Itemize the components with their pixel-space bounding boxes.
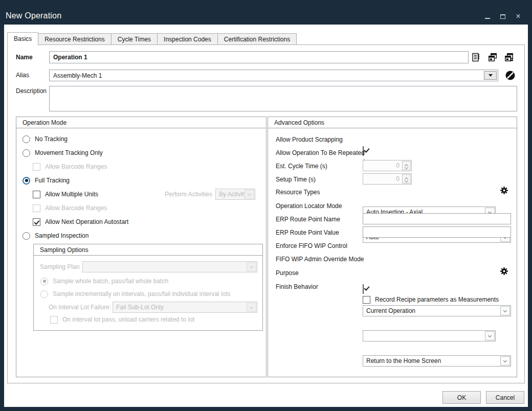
checkbox-record-recipe[interactable]: Record Recipe parameters as Measurements — [363, 294, 499, 305]
advanced-options-group: Advanced Options Allow Product Scrapping… — [268, 117, 517, 377]
resource-types-label: Resource Types — [276, 189, 320, 196]
erp-route-point-value-input[interactable] — [363, 226, 511, 238]
no-slash-icon[interactable] — [505, 71, 515, 80]
checkbox-enforce-fifo[interactable] — [363, 284, 364, 294]
checkbox-icon — [33, 204, 40, 212]
sampling-plan-row: Sampling Plan — [40, 261, 257, 272]
maximize-icon[interactable] — [499, 13, 506, 19]
ok-button[interactable]: OK — [442, 391, 481, 404]
tab-strip: Basics Resource Restrictions Cycle Times… — [7, 32, 297, 45]
est-cycle-time-label: Est. Cycle Time (s) — [276, 163, 327, 170]
checkbox-icon — [50, 316, 58, 324]
operation-mode-title: Operation Mode — [16, 117, 266, 128]
dialog-window: New Operation × Basics Resource Restrict… — [0, 0, 532, 411]
dialog-content: Basics Resource Restrictions Cycle Times… — [4, 25, 528, 407]
alias-dropdown-icon[interactable] — [484, 71, 497, 80]
edit-list-icon[interactable] — [472, 53, 481, 62]
radio-icon-disabled — [40, 290, 48, 298]
fifo-override-combobox[interactable]: Current Operation — [363, 305, 511, 316]
tab-page-basics: Name Operation 1 — [7, 44, 525, 383]
description-label: Description — [16, 87, 47, 95]
radio-sample-incrementally: Sample incrementally on intervals, pass/… — [40, 288, 231, 300]
checkbox-icon[interactable] — [363, 296, 370, 304]
dropdown-chevron-icon — [247, 262, 256, 271]
tab-inspection-codes[interactable]: Inspection Codes — [158, 33, 218, 45]
radio-icon[interactable] — [23, 149, 30, 157]
checkbox-icon[interactable] — [33, 191, 40, 198]
setup-time-label: Setup Time (s) — [276, 176, 316, 183]
radio-icon-selected-disabled — [40, 278, 48, 285]
operation-mode-group: Operation Mode No Tracking Movement Trac… — [16, 117, 267, 377]
sampling-plan-combobox — [82, 261, 257, 272]
dropdown-chevron-icon[interactable] — [500, 356, 510, 366]
radio-sample-whole-batch: Sample whole batch, pass/fail whole batc… — [40, 276, 168, 287]
alias-combobox[interactable]: Assembly-Mech 1 — [49, 70, 498, 81]
close-icon[interactable]: × — [515, 13, 522, 19]
tab-certification-restrictions[interactable]: Certification Restrictions — [218, 33, 297, 45]
window-controls: × — [484, 13, 522, 19]
cancel-button[interactable]: Cancel — [486, 391, 524, 404]
on-interval-lot-failure-label: On Interval Lot Failure: — [49, 304, 109, 311]
radio-full-tracking[interactable]: Full Tracking — [23, 175, 70, 186]
setup-time-spinner[interactable]: 0 — [363, 173, 412, 185]
fifo-override-label: FIFO WIP Admin Override Mode — [276, 256, 364, 263]
checkbox-allow-next-operation-autostart[interactable]: Allow Next Operation Autostart — [33, 216, 128, 227]
minimize-icon[interactable] — [484, 13, 491, 19]
tab-basics[interactable]: Basics — [7, 32, 38, 45]
checkbox-icon-checked[interactable] — [33, 218, 40, 226]
enforce-fifo-label: Enforce FIFO WIP Control — [276, 242, 347, 249]
erp-route-point-name-label: ERP Route Point Name — [276, 216, 340, 223]
purpose-gear-icon[interactable] — [500, 267, 508, 276]
allow-repeat-label: Allow Operation To Be Repeated — [276, 149, 365, 156]
sampling-plan-label: Sampling Plan — [40, 263, 79, 270]
name-label: Name — [16, 54, 33, 61]
checkbox-unload-carriers: On interval lot pass, unload carriers re… — [50, 314, 194, 325]
checkbox-allow-barcode-ranges-2: Allow Barcode Ranges — [33, 202, 107, 214]
erp-route-point-name-input[interactable] — [363, 213, 511, 224]
perform-activities-label: Perform Activities — [165, 191, 212, 198]
on-interval-lot-failure-row: On Interval Lot Failure: Fail Sub-Lot On… — [49, 302, 257, 313]
description-textarea[interactable] — [49, 86, 517, 111]
dropdown-chevron-icon — [245, 190, 254, 199]
purpose-combobox[interactable] — [363, 330, 496, 341]
radio-sampled-inspection[interactable]: Sampled Inspection — [23, 230, 88, 241]
radio-icon[interactable] — [23, 232, 30, 240]
purpose-label: Purpose — [276, 269, 299, 277]
checkbox-icon — [33, 163, 40, 171]
alias-label: Alias — [16, 72, 29, 79]
sampling-options-group: Sampling Options Sampling Plan Sample wh… — [33, 244, 263, 331]
perform-activities-combobox: By Activity — [215, 189, 255, 200]
checkbox-allow-barcode-ranges-1: Allow Barcode Ranges — [33, 161, 107, 172]
perform-activities-row: Perform Activities By Activity — [119, 189, 255, 200]
allow-product-scrapping-label: Allow Product Scrapping — [276, 136, 343, 143]
sampling-options-title: Sampling Options — [34, 244, 262, 256]
radio-no-tracking[interactable]: No Tracking — [23, 133, 68, 145]
spinner-up-down-icon[interactable] — [402, 174, 411, 184]
alias-value: Assembly-Mech 1 — [53, 72, 102, 79]
resource-types-gear-icon[interactable] — [500, 186, 508, 195]
radio-movement-tracking[interactable]: Movement Tracking Only — [23, 147, 103, 158]
operation-locator-mode-label: Operation Locator Mode — [276, 202, 342, 210]
radio-icon[interactable] — [23, 135, 30, 143]
checkbox-allow-multiple-units[interactable]: Allow Multiple Units — [33, 189, 98, 200]
finish-behavior-label: Finish Behavior — [276, 283, 318, 290]
dropdown-chevron-icon[interactable] — [485, 331, 495, 340]
name-input[interactable]: Operation 1 — [49, 51, 469, 63]
tab-cycle-times[interactable]: Cycle Times — [112, 33, 158, 45]
dropdown-chevron-icon — [247, 303, 256, 312]
advanced-options-title: Advanced Options — [268, 117, 517, 128]
radio-icon-selected[interactable] — [23, 177, 30, 185]
spinner-up-down-icon[interactable] — [402, 161, 411, 170]
finish-behavior-combobox[interactable]: Return to the Home Screen — [363, 355, 511, 367]
dropdown-chevron-icon[interactable] — [500, 306, 510, 315]
copy-save-icon[interactable] — [504, 53, 514, 62]
erp-route-point-value-label: ERP Route Point Value — [276, 229, 339, 236]
est-cycle-time-spinner[interactable]: 0 — [363, 160, 412, 171]
window-title: New Operation — [6, 11, 61, 20]
on-interval-lot-failure-combobox: Fail Sub-Lot Only — [113, 302, 257, 313]
tab-resource-restrictions[interactable]: Resource Restrictions — [38, 33, 111, 45]
copy-icon[interactable] — [488, 53, 497, 62]
title-bar: New Operation × — [0, 0, 532, 25]
